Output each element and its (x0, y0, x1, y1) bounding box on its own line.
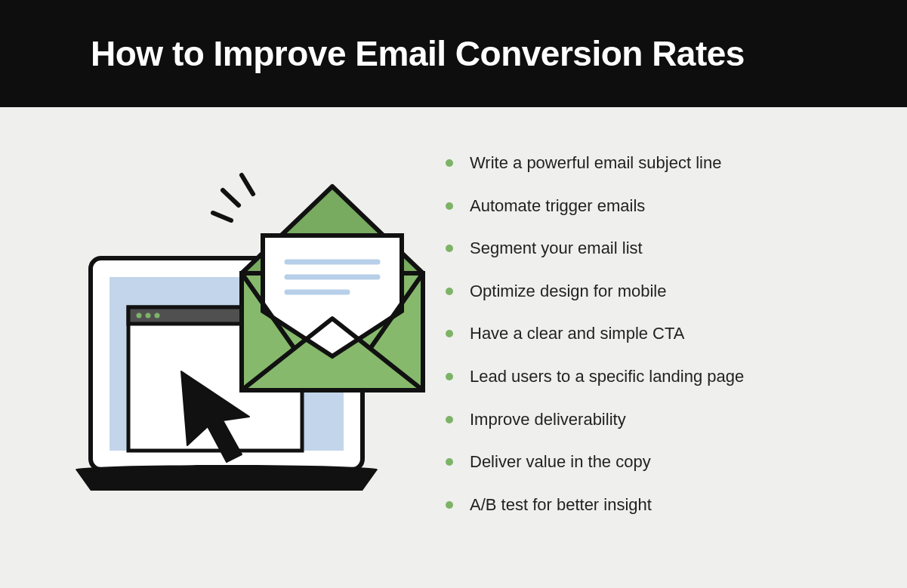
list-item: Segment your email list (446, 238, 862, 260)
svg-point-7 (155, 313, 160, 319)
tip-text: Write a powerful email subject line (470, 153, 721, 172)
svg-point-5 (137, 313, 142, 319)
tip-text: Segment your email list (470, 239, 643, 257)
tip-text: Automate trigger emails (470, 196, 645, 215)
tip-text: Deliver value in the copy (470, 452, 651, 471)
main-content: Write a powerful email subject line Auto… (0, 107, 907, 537)
svg-line-14 (242, 175, 253, 194)
tip-text: Improve deliverability (470, 410, 626, 429)
list-item: Have a clear and simple CTA (446, 323, 862, 345)
tips-list-container: Write a powerful email subject line Auto… (430, 152, 862, 537)
list-item: Automate trigger emails (446, 195, 862, 217)
list-item: Deliver value in the copy (446, 451, 862, 473)
page-title: How to Improve Email Conversion Rates (0, 33, 907, 74)
list-item: A/B test for better insight (446, 494, 862, 516)
tip-text: Lead users to a specific landing page (470, 367, 744, 386)
tip-text: Optimize design for mobile (470, 282, 666, 300)
emphasis-lines-icon (213, 175, 253, 220)
envelope-icon (242, 186, 423, 390)
svg-point-6 (146, 313, 151, 319)
hero-illustration (68, 160, 430, 507)
svg-point-2 (76, 465, 378, 474)
list-item: Write a powerful email subject line (446, 152, 862, 174)
list-item: Improve deliverability (446, 409, 862, 431)
tip-text: A/B test for better insight (470, 495, 652, 514)
tips-list: Write a powerful email subject line Auto… (446, 152, 862, 516)
svg-line-15 (223, 190, 239, 205)
list-item: Lead users to a specific landing page (446, 366, 862, 388)
page-header: How to Improve Email Conversion Rates (0, 0, 907, 107)
tip-text: Have a clear and simple CTA (470, 324, 685, 343)
svg-line-16 (213, 213, 231, 220)
list-item: Optimize design for mobile (446, 281, 862, 303)
